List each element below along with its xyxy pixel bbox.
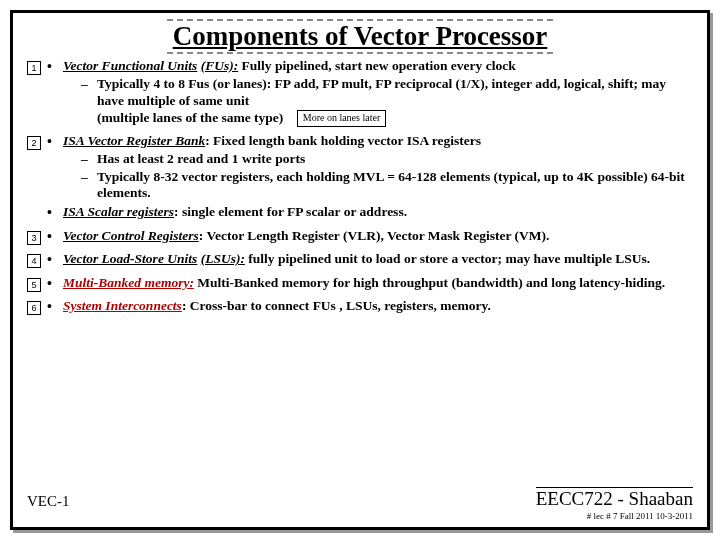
sub-bullet: – Has at least 2 read and 1 write ports [63,151,693,168]
component-body: System Interconnects: Cross-bar to conne… [63,298,693,315]
component-row: 1 • Vector Functional Units (FUs): Fully… [27,58,693,127]
component-rest: Multi-Banked memory for high throughput … [194,275,665,290]
footer-top: VEC-1 EECC722 - Shaaban [27,487,693,510]
component-body: Vector Functional Units (FUs): Fully pip… [63,58,693,127]
number-badge: 5 [27,278,41,292]
footer-meta: # lec # 7 Fall 2011 10-3-2011 [27,511,693,521]
number-badge: 4 [27,254,41,268]
note-box: More on lanes later [297,110,386,127]
component-row: 5 • Multi-Banked memory: Multi-Banked me… [27,275,693,293]
component-term: Vector Control Registers [63,228,199,243]
component-paren: (LSUs): [201,251,245,266]
slide-frame: Components of Vector Processor 1 • Vecto… [10,10,710,530]
component-row: 6 • System Interconnects: Cross-bar to c… [27,298,693,316]
slide-number: VEC-1 [27,493,70,510]
component-rest: : Cross-bar to connect FUs , LSUs, regis… [182,298,491,313]
component-term: System Interconnects [63,298,182,313]
bullet-marker: • [47,275,63,293]
component-row: 2 • ISA Vector Register Bank: Fixed leng… [27,133,693,203]
content-area: 1 • Vector Functional Units (FUs): Fully… [27,58,693,316]
number-badge: 1 [27,61,41,75]
bullet-marker: • [47,58,63,76]
component-row: 3 • Vector Control Registers: Vector Len… [27,228,693,246]
component-paren: (FUs): [201,58,239,73]
component-term: Vector Load-Store Units [63,251,197,266]
footer: VEC-1 EECC722 - Shaaban # lec # 7 Fall 2… [27,487,693,521]
component-term: Multi-Banked memory: [63,275,194,290]
bullet-marker: • [47,133,63,151]
bullet-marker: • [47,228,63,246]
slide-title: Components of Vector Processor [167,19,554,54]
component-rest: Fully pipelined, start new operation eve… [238,58,515,73]
bullet-marker: • [47,251,63,269]
sub-bullet: – Typically 8-32 vector registers, each … [63,169,693,203]
component-rest: : Vector Length Register (VLR), Vector M… [199,228,550,243]
sub-text: Typically 4 to 8 Fus (or lanes): FP add,… [97,76,693,110]
component-row: 4 • Vector Load-Store Units (LSUs): full… [27,251,693,269]
number-badge: 2 [27,136,41,150]
component-term: ISA Vector Register Bank [63,133,205,148]
number-badge: 6 [27,301,41,315]
component-rest: : Fixed length bank holding vector ISA r… [205,133,481,148]
component-body: ISA Scalar registers: single element for… [63,204,693,221]
sub-bullet: – Typically 4 to 8 Fus (or lanes): FP ad… [63,76,693,110]
component-term: Vector Functional Units [63,58,197,73]
component-term: ISA Scalar registers [63,204,174,219]
bullet-marker: • [47,298,63,316]
component-rest: fully pipelined unit to load or store a … [245,251,650,266]
dash-marker: – [81,151,97,168]
title-wrap: Components of Vector Processor [27,19,693,54]
course-label: EECC722 - Shaaban [536,487,693,510]
sub-text: Typically 8-32 vector registers, each ho… [97,169,693,203]
sub-text: Has at least 2 read and 1 write ports [97,151,693,168]
component-body: Vector Control Registers: Vector Length … [63,228,693,245]
bullet-marker: • [47,204,63,222]
number-badge: 3 [27,231,41,245]
component-body: Vector Load-Store Units (LSUs): fully pi… [63,251,693,268]
component-body: ISA Vector Register Bank: Fixed length b… [63,133,693,203]
component-row: • ISA Scalar registers: single element f… [27,204,693,222]
component-body: Multi-Banked memory: Multi-Banked memory… [63,275,693,292]
dash-marker: – [81,76,97,93]
dash-marker: – [81,169,97,186]
tail-line: (multiple lanes of the same type) More o… [63,110,693,127]
component-rest: : single element for FP scalar or addres… [174,204,407,219]
